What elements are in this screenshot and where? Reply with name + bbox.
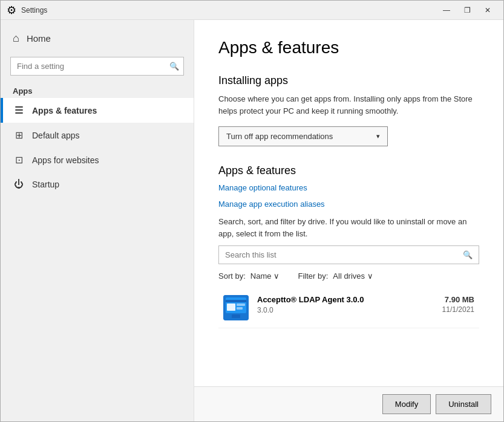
installing-apps-description: Choose where you can get apps from. Inst… — [218, 93, 473, 117]
sort-value: Name — [250, 271, 272, 281]
sidebar-item-label: Startup — [32, 180, 59, 189]
startup-icon: ⏻ — [13, 179, 25, 190]
sidebar-item-label: Apps for websites — [32, 155, 99, 165]
svg-rect-5 — [237, 307, 243, 310]
sidebar-item-default-apps[interactable]: ⊞ Default apps — [1, 123, 194, 148]
filter-chevron-icon: ∨ — [367, 271, 373, 281]
close-button[interactable]: ✕ — [478, 2, 497, 19]
search-info-text: Search, sort, and filter by drive. If yo… — [218, 216, 479, 239]
installing-apps-title: Installing apps — [218, 74, 479, 87]
search-input[interactable] — [10, 57, 184, 76]
sidebar-item-home[interactable]: ⌂ Home — [1, 26, 194, 51]
sort-chevron-icon: ∨ — [273, 271, 280, 281]
title-bar-left: ⚙ Settings — [7, 4, 47, 17]
search-list-icon: 🔍 — [463, 250, 473, 259]
apps-features-section: Apps & features Manage optional features… — [218, 164, 479, 328]
app-install-dropdown[interactable]: Turn off app recommendations ▾ — [218, 126, 388, 146]
sort-filter-row: Sort by: Name ∨ Filter by: All drives ∨ — [218, 271, 479, 281]
default-apps-icon: ⊞ — [13, 129, 25, 141]
manage-optional-features-link[interactable]: Manage optional features — [218, 183, 479, 192]
sidebar-item-startup[interactable]: ⏻ Startup — [1, 172, 194, 196]
app-version: 3.0.0 — [257, 306, 434, 314]
filter-value: All drives — [333, 271, 365, 281]
window-content: ⌂ Home 🔍 Apps ☰ Apps & features ⊞ Defaul… — [1, 20, 503, 421]
search-list-wrapper: 🔍 — [218, 245, 479, 264]
apps-features-icon: ☰ — [13, 105, 25, 116]
modify-button[interactable]: Modify — [382, 394, 431, 414]
apps-websites-icon: ⊡ — [13, 154, 25, 166]
svg-rect-2 — [226, 300, 246, 302]
search-list-box: 🔍 — [218, 245, 479, 264]
app-size: 7.90 MB — [442, 295, 474, 304]
sidebar-item-apps-websites[interactable]: ⊡ Apps for websites — [1, 148, 194, 172]
sidebar-item-label: Apps & features — [32, 106, 97, 115]
title-bar-controls: — ❐ ✕ — [437, 2, 497, 19]
app-list: Acceptto® LDAP Agent 3.0.0 3.0.0 7.90 MB… — [218, 288, 479, 328]
app-meta: 7.90 MB 11/1/2021 — [442, 295, 474, 314]
search-list-input[interactable] — [225, 250, 463, 259]
sort-label: Sort by: — [218, 271, 246, 281]
home-icon: ⌂ — [13, 32, 19, 45]
title-bar-title: Settings — [21, 6, 47, 15]
home-label: Home — [27, 33, 51, 44]
manage-app-execution-aliases-link[interactable]: Manage app execution aliases — [218, 200, 479, 209]
svg-rect-3 — [227, 304, 235, 311]
filter-by-control[interactable]: Filter by: All drives ∨ — [298, 271, 373, 281]
svg-rect-4 — [237, 304, 245, 306]
minimize-button[interactable]: — — [437, 2, 456, 19]
sidebar-item-apps-features[interactable]: ☰ Apps & features — [1, 98, 194, 123]
table-row[interactable]: Acceptto® LDAP Agent 3.0.0 3.0.0 7.90 MB… — [218, 288, 479, 328]
action-bar: Modify Uninstall — [194, 386, 503, 421]
app-icon — [223, 295, 249, 320]
app-details: Acceptto® LDAP Agent 3.0.0 3.0.0 — [257, 295, 434, 314]
settings-window: ⚙ Settings — ❐ ✕ ⌂ Home 🔍 Apps — [0, 0, 504, 422]
app-date: 11/1/2021 — [442, 305, 474, 314]
search-box: 🔍 — [10, 57, 184, 76]
filter-label: Filter by: — [298, 271, 328, 281]
main-content: Apps & features Installing apps Choose w… — [194, 20, 503, 386]
apps-features-title: Apps & features — [218, 164, 479, 177]
dropdown-value: Turn off app recommendations — [226, 132, 333, 141]
settings-logo-icon: ⚙ — [7, 4, 16, 17]
app-name: Acceptto® LDAP Agent 3.0.0 — [257, 295, 434, 304]
sidebar-section-label: Apps — [1, 82, 194, 98]
sidebar-item-label: Default apps — [32, 131, 80, 140]
title-bar: ⚙ Settings — ❐ ✕ — [1, 1, 503, 20]
chevron-down-icon: ▾ — [376, 132, 380, 140]
sort-by-control[interactable]: Sort by: Name ∨ — [218, 271, 280, 281]
sidebar: ⌂ Home 🔍 Apps ☰ Apps & features ⊞ Defaul… — [1, 20, 194, 421]
maximize-button[interactable]: ❐ — [457, 2, 477, 19]
uninstall-button[interactable]: Uninstall — [436, 394, 491, 414]
svg-rect-6 — [232, 314, 240, 318]
page-title: Apps & features — [218, 38, 479, 57]
